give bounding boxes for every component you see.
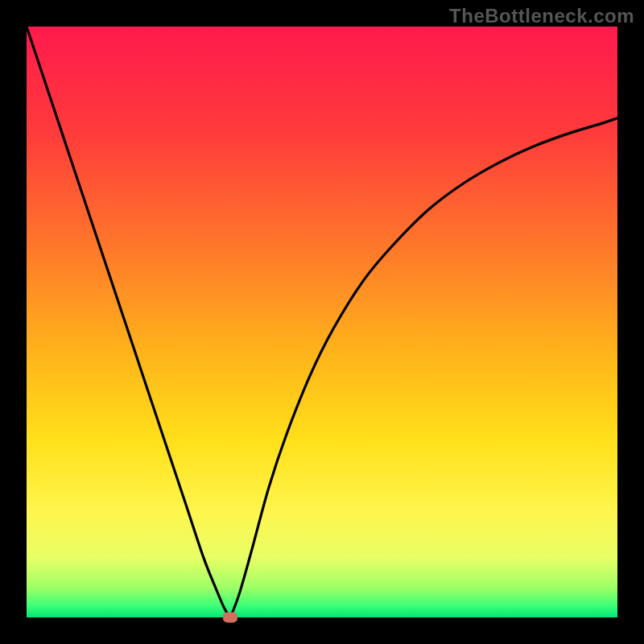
chart-frame: TheBottleneck.com xyxy=(0,0,644,644)
curve-left-branch xyxy=(27,27,230,617)
curve-right-branch xyxy=(230,118,617,617)
plot-area xyxy=(27,27,617,617)
bottleneck-curve xyxy=(27,27,617,617)
watermark-text: TheBottleneck.com xyxy=(449,5,634,27)
optimal-marker xyxy=(223,613,237,623)
